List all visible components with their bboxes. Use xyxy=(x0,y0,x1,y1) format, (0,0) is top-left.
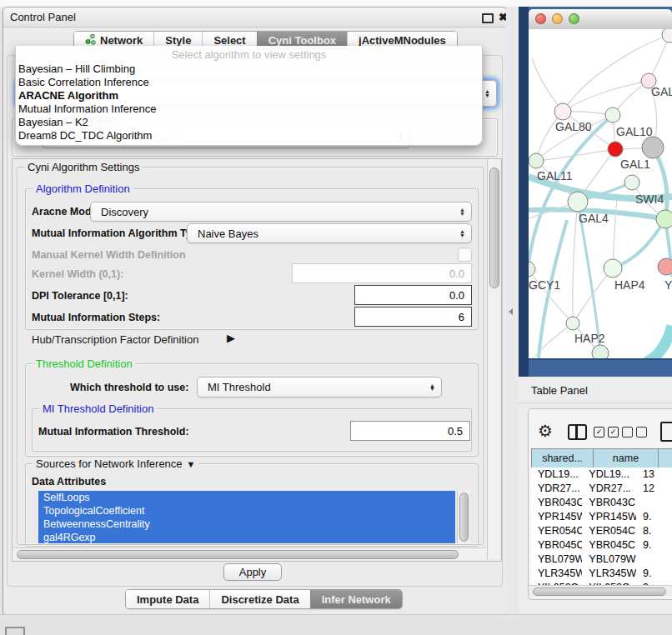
algorithm-option-bayesian-hill-climbing[interactable]: Bayesian – Hill Climbing xyxy=(16,62,482,76)
combo-spinner-icon: ▲▼ xyxy=(429,383,435,391)
node-label: GAL1 xyxy=(620,158,650,171)
apply-button[interactable]: Apply xyxy=(223,563,282,581)
chevron-down-icon[interactable]: ▼ xyxy=(187,459,196,469)
network-node-gal1[interactable] xyxy=(608,142,623,157)
table-cell: YBR043C xyxy=(531,496,582,510)
table-header: shared...nameA xyxy=(531,448,672,468)
network-node[interactable] xyxy=(642,137,664,158)
attributes-scrollbar-thumb[interactable] xyxy=(459,492,469,542)
node-label: HAP4 xyxy=(614,278,645,292)
network-node[interactable] xyxy=(592,345,609,358)
unchecked-box-icon xyxy=(636,427,647,438)
table-horizontal-thumb[interactable] xyxy=(533,588,666,596)
close-traffic-light[interactable] xyxy=(535,13,546,24)
algorithm-option-mutual-information-inference[interactable]: Mutual Information Inference xyxy=(16,102,482,116)
attributes-scrollbar xyxy=(457,491,469,543)
minimized-panel-icon[interactable] xyxy=(5,627,25,635)
chevron-right-icon[interactable]: ▶ xyxy=(227,332,235,344)
network-edge xyxy=(563,35,669,112)
deselect-all-columns-icon[interactable] xyxy=(622,427,647,438)
dpi-tolerance-field[interactable]: 0.0 xyxy=(354,285,472,305)
table-cell xyxy=(636,496,672,510)
tab-label: Impute Data xyxy=(137,593,198,606)
float-window-icon[interactable] xyxy=(482,13,494,23)
network-node-gal4[interactable] xyxy=(568,192,588,212)
which-threshold-combo[interactable]: MI Threshold ▲▼ xyxy=(197,377,442,398)
attribute-item-selfloops[interactable]: SelfLoops xyxy=(38,491,455,504)
table-cell: YLR345W xyxy=(582,567,636,581)
which-threshold-label: Which threshold to use: xyxy=(70,382,188,393)
network-node-swi4[interactable] xyxy=(624,175,639,190)
node-label: GAL4 xyxy=(579,212,609,225)
tab-infer-network[interactable]: Infer Network xyxy=(310,590,402,608)
settings-horizontal-thumb[interactable] xyxy=(17,550,459,559)
network-window-titlebar[interactable] xyxy=(529,9,672,30)
node-label: GAL11 xyxy=(537,169,573,182)
combo-spinner-icon: ▲▼ xyxy=(459,230,465,238)
checked-box-icon: ✓ xyxy=(594,427,604,438)
table-row[interactable]: YBR045CYBR045C9. xyxy=(531,538,672,552)
table-cell: 8. xyxy=(636,524,672,538)
network-edge xyxy=(646,326,672,358)
data-attributes-label: Data Attributes xyxy=(32,476,106,488)
kernel-width-field[interactable]: 0.0 xyxy=(292,263,472,283)
attribute-item-topologicalcoefficient[interactable]: TopologicalCoefficient xyxy=(38,504,455,518)
table-cell: YPR145W xyxy=(531,510,582,524)
bottom-strip xyxy=(0,614,672,635)
screen: Control Panel ✖ NetworkStyleSelectCyni T… xyxy=(0,0,672,635)
column-header-shared[interactable]: shared... xyxy=(532,449,594,468)
tab-label: Style xyxy=(165,34,191,47)
mi-steps-field[interactable]: 6 xyxy=(354,307,472,327)
table-row[interactable]: YBL079WYBL079W xyxy=(531,552,672,567)
tab-discretize-data[interactable]: Discretize Data xyxy=(209,590,309,608)
gear-icon[interactable]: ⚙ xyxy=(538,421,553,441)
algorithm-option-basic-correlation-inference[interactable]: Basic Correlation Inference xyxy=(16,76,482,89)
algorithm-option-dream8-dc-tdc-algorithm[interactable]: Dream8 DC_TDC Algorithm xyxy=(16,129,482,142)
minimize-traffic-light[interactable] xyxy=(552,13,563,24)
aracne-mode-combo[interactable]: Discovery ▲▼ xyxy=(90,202,472,222)
table-row[interactable]: YBR043CYBR043C xyxy=(531,496,672,510)
network-node-gal10[interactable] xyxy=(605,108,620,122)
network-node-gal80[interactable] xyxy=(554,103,571,120)
table-row[interactable]: YER054CYER054C8. xyxy=(531,524,672,538)
table-row[interactable]: YDL19...YDL19...13 xyxy=(531,468,672,482)
unchecked-box-icon xyxy=(622,427,633,438)
hub-definition-label[interactable]: Hub/Transcription Factor Definition xyxy=(32,333,198,346)
network-node-hap2[interactable] xyxy=(566,317,579,330)
tab-impute-data[interactable]: Impute Data xyxy=(126,590,209,608)
algorithm-placeholder: Select algorithm to view settings xyxy=(16,48,482,62)
select-all-columns-icon[interactable]: ✓ ✓ xyxy=(594,427,619,438)
network-node-hap4[interactable] xyxy=(604,259,622,278)
algorithm-option-aracne-algorithm[interactable]: ARACNE Algorithm xyxy=(16,89,482,102)
column-header-a[interactable]: A xyxy=(659,449,672,468)
network-node-gal11[interactable] xyxy=(529,153,544,168)
node-label: HAP2 xyxy=(574,332,605,345)
file-icon[interactable] xyxy=(660,422,672,442)
table-row[interactable]: YPR145WYPR145W9. xyxy=(531,510,672,524)
network-node-gcy1[interactable] xyxy=(529,262,535,277)
network-node[interactable] xyxy=(662,29,672,42)
mi-type-combo[interactable]: Naive Bayes ▲▼ xyxy=(187,223,472,243)
table-row[interactable]: YLR345WYLR345W9. xyxy=(531,567,672,581)
data-attributes-list: SelfLoopsTopologicalCoefficientBetweenne… xyxy=(38,491,455,543)
split-columns-icon[interactable] xyxy=(568,424,587,440)
mi-threshold-field[interactable]: 0.5 xyxy=(350,421,470,441)
network-canvas[interactable]: GALGAL80GAL10GAL1GAL11SWI4GAL4GCY1HAP4YH… xyxy=(529,29,672,358)
zoom-traffic-light[interactable] xyxy=(569,13,579,24)
combo-spinner-icon: ▲▼ xyxy=(484,90,490,98)
algorithm-option-bayesian-k2[interactable]: Bayesian – K2 xyxy=(16,116,482,129)
attribute-item-gal4rgexp[interactable]: gal4RGexp xyxy=(38,531,455,543)
control-panel-titlebar[interactable] xyxy=(3,8,505,28)
table-cell: YBL079W xyxy=(582,552,636,567)
table-row[interactable]: YDR27...YDR27...12 xyxy=(531,482,672,496)
algorithm-definition-title: Algorithm Definition xyxy=(33,182,133,195)
table-body: YDL19...YDL19...13YDR27...YDR27...12YBR0… xyxy=(531,468,672,585)
manual-kernel-checkbox[interactable] xyxy=(458,248,472,262)
table-cell: 13 xyxy=(636,468,672,482)
network-node-y[interactable] xyxy=(658,258,672,275)
settings-vertical-thumb[interactable] xyxy=(489,168,499,288)
network-node[interactable] xyxy=(656,210,672,228)
attribute-item-betweennesscentrality[interactable]: BetweennessCentrality xyxy=(38,518,455,531)
splitter-collapse-icon[interactable] xyxy=(509,308,513,315)
column-header-name[interactable]: name xyxy=(594,449,659,468)
